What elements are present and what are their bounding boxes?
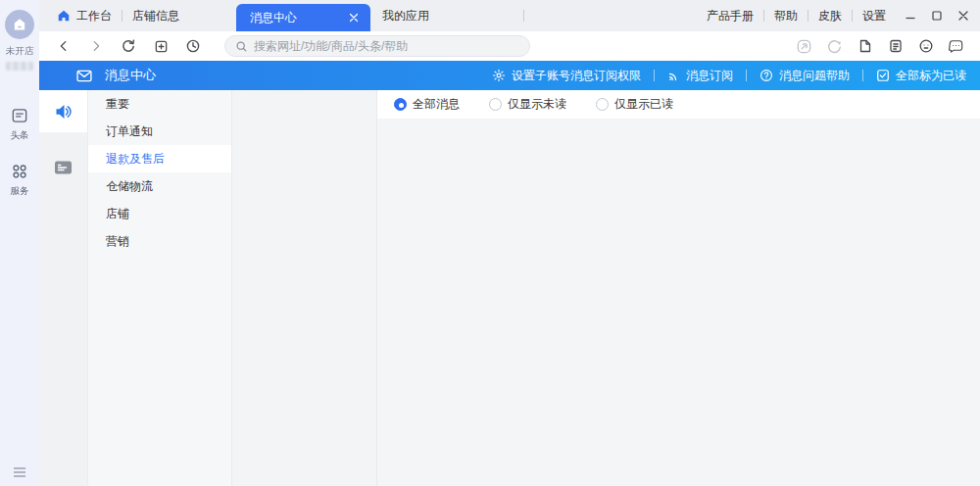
search-icon [235, 40, 248, 53]
message-list-panel [232, 90, 377, 486]
rail-more-button[interactable] [0, 466, 39, 478]
navbar-tools [796, 38, 964, 55]
close-icon[interactable] [955, 7, 972, 24]
radio-icon[interactable] [596, 98, 609, 111]
skin-link[interactable]: 皮肤 [818, 8, 842, 24]
mark-all-read-button[interactable]: 全部标为已读 [876, 68, 966, 84]
app-sidebar: 未开店 头条 [0, 0, 39, 486]
menu-item-order-notice[interactable]: 订单通知 [88, 118, 231, 145]
maximize-icon[interactable] [928, 7, 946, 24]
gear-icon [492, 69, 506, 82]
new-tab-button[interactable] [152, 37, 170, 55]
shop-status-label: 未开店 [6, 44, 34, 57]
rail-item-label: 服务 [11, 184, 29, 197]
menu-item-refund-aftersale[interactable]: 退款及售后 [88, 145, 231, 172]
filter-unread-label: 仅显示未读 [508, 96, 566, 113]
sidebar-item-toutiao[interactable]: 头条 [10, 106, 29, 142]
settings-link[interactable]: 设置 [862, 8, 886, 24]
strip-item-message-list[interactable] [39, 146, 87, 188]
menu-item-important[interactable]: 重要 [88, 90, 231, 118]
tab-message-center-label: 消息中心 [250, 10, 347, 26]
titlebar-divider [808, 10, 808, 22]
message-bar-actions: 设置子账号消息订阅权限 消息订阅 [492, 68, 966, 84]
category-icon-strip [39, 90, 88, 486]
filter-read-label: 仅显示已读 [614, 96, 673, 113]
message-body: 重要 订单通知 退款及售后 仓储物流 店铺 营销 全部消息 仅显示未读 [39, 90, 980, 486]
filter-all-messages[interactable]: 全部消息 [394, 96, 460, 113]
speaker-icon [53, 102, 74, 122]
message-category-menu: 重要 订单通知 退款及售后 仓储物流 店铺 营销 [88, 90, 232, 486]
sub-account-permission-link[interactable]: 设置子账号消息订阅权限 [492, 68, 641, 84]
message-subscribe-label: 消息订阅 [686, 68, 733, 84]
news-doc-icon [11, 107, 29, 125]
four-dots-icon [11, 163, 29, 181]
search-input[interactable] [254, 39, 519, 53]
minimize-icon[interactable] [902, 7, 919, 24]
tab-my-apps[interactable]: 我的应用 [382, 8, 429, 24]
forward-button[interactable] [87, 37, 105, 55]
message-center-label: 消息中心 [105, 67, 156, 84]
omnibox-search[interactable] [224, 35, 530, 57]
notes-doc-icon[interactable] [887, 38, 904, 55]
menu-item-marketing[interactable]: 营销 [88, 227, 231, 255]
main-window: 工作台 店铺信息 消息中心 我的应用 产品手册 帮助 皮肤 [39, 0, 980, 486]
radio-selected-icon[interactable] [394, 98, 407, 111]
question-circle-icon [760, 69, 773, 82]
message-center-title: 消息中心 [76, 67, 156, 84]
message-center-bar: 消息中心 设置子账号消息订阅权限 [39, 61, 980, 90]
bluebar-divider [746, 70, 747, 81]
rail-item-label: 头条 [11, 128, 29, 141]
product-manual-link[interactable]: 产品手册 [707, 8, 754, 24]
message-content-panel: 全部消息 仅显示未读 仅显示已读 [377, 90, 980, 486]
list-badge-icon [54, 160, 73, 175]
envelope-icon [76, 70, 92, 82]
message-help-label: 消息问题帮助 [779, 68, 850, 84]
censored-shop-name [6, 62, 33, 71]
tab-workbench[interactable]: 工作台 [57, 8, 112, 24]
back-button[interactable] [55, 37, 73, 55]
bluebar-divider [862, 70, 863, 81]
navbar [39, 31, 980, 61]
titlebar-menu: 产品手册 帮助 皮肤 设置 [707, 7, 980, 24]
history-button[interactable] [184, 37, 202, 55]
tab-shop-info[interactable]: 店铺信息 [132, 8, 179, 24]
help-link[interactable]: 帮助 [774, 8, 798, 24]
rss-icon [667, 70, 680, 82]
bluebar-divider [654, 70, 655, 81]
speed-gauge-icon[interactable] [826, 38, 843, 55]
storefront-icon [12, 17, 27, 32]
rail-nav: 头条 服务 [10, 106, 29, 198]
empty-message-area [377, 119, 980, 486]
titlebar-divider [523, 10, 524, 22]
hamburger-icon [12, 466, 27, 478]
page-file-icon[interactable] [857, 38, 873, 55]
menu-item-shop[interactable]: 店铺 [88, 200, 231, 227]
chat-bubble-icon[interactable] [948, 38, 964, 55]
strip-item-announcements[interactable] [39, 90, 87, 132]
message-subscribe-link[interactable]: 消息订阅 [667, 68, 733, 84]
titlebar-divider [852, 10, 853, 22]
tab-close-icon[interactable] [347, 11, 361, 24]
feedback-face-icon[interactable] [917, 38, 934, 55]
filter-read-only[interactable]: 仅显示已读 [596, 96, 673, 113]
sub-account-permission-label: 设置子账号消息订阅权限 [512, 68, 641, 84]
security-link-icon[interactable] [796, 38, 812, 55]
app-root: 未开店 头条 [0, 0, 980, 486]
radio-icon[interactable] [489, 98, 502, 111]
refresh-button[interactable] [120, 37, 137, 55]
tab-workbench-label: 工作台 [76, 8, 112, 24]
tab-message-center[interactable]: 消息中心 [236, 4, 370, 31]
titlebar-divider [122, 10, 122, 22]
titlebar: 工作台 店铺信息 消息中心 我的应用 产品手册 帮助 皮肤 [39, 0, 980, 31]
message-filter-bar: 全部消息 仅显示未读 仅显示已读 [377, 90, 980, 119]
shop-avatar[interactable] [5, 10, 34, 39]
check-square-icon [876, 69, 890, 82]
titlebar-divider [763, 10, 764, 22]
home-icon [57, 9, 71, 23]
sidebar-item-services[interactable]: 服务 [10, 162, 29, 198]
message-help-link[interactable]: 消息问题帮助 [760, 68, 850, 84]
filter-all-label: 全部消息 [413, 96, 460, 113]
filter-unread-only[interactable]: 仅显示未读 [489, 96, 566, 113]
window-controls [902, 7, 972, 24]
menu-item-warehouse-logistics[interactable]: 仓储物流 [88, 172, 231, 200]
